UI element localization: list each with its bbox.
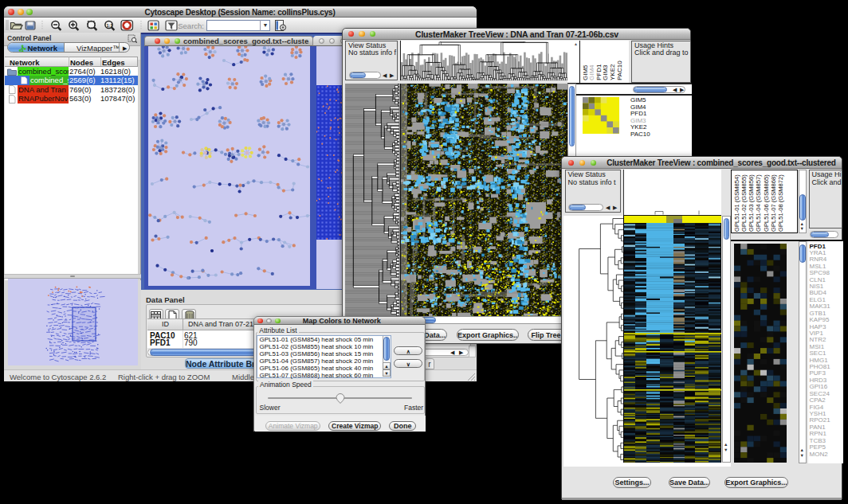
svg-text:GPL51-02 (GSM855): GPL51-02 (GSM855) — [740, 174, 748, 232]
svg-text:MON2: MON2 — [810, 450, 829, 457]
svg-text:PAC10: PAC10 — [630, 131, 650, 138]
svg-text:GPL51-06 (GSM865): GPL51-06 (GSM865) — [763, 174, 770, 232]
svg-text:PAC10: PAC10 — [615, 60, 622, 80]
svg-text:1:1: 1:1 — [107, 23, 113, 28]
svg-text:GPL51-04 (GSM857): GPL51-04 (GSM857) — [755, 174, 762, 232]
svg-text:GPL51-01 (GSM854): GPL51-01 (GSM854) — [733, 174, 740, 232]
svg-text:GPL51-08 (GSM872): GPL51-08 (GSM872) — [777, 174, 784, 232]
svg-text:GPL51-07 (GSM868): GPL51-07 (GSM868) — [770, 174, 777, 232]
svg-text:GPL51-03 (GSM856): GPL51-03 (GSM856) — [748, 174, 755, 232]
